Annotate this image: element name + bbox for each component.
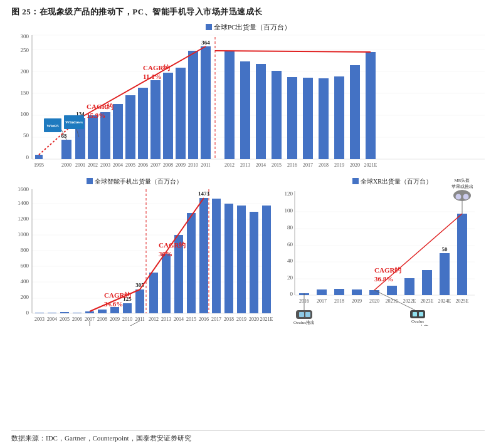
svg-text:200: 200 <box>21 294 29 300</box>
pc-chart-svg: 全球PC出货量（百万台） 0 50 100 150 200 250 300 <box>11 21 485 170</box>
svg-text:1400: 1400 <box>18 200 29 206</box>
svg-rect-0 <box>206 24 212 30</box>
svg-point-215 <box>455 194 462 200</box>
svg-rect-210 <box>419 312 423 316</box>
svg-text:20: 20 <box>287 274 293 281</box>
svg-text:2003: 2003 <box>100 162 110 168</box>
svg-text:CAGR约: CAGR约 <box>159 241 186 249</box>
svg-text:364: 364 <box>201 39 210 46</box>
svg-rect-114 <box>199 198 208 313</box>
svg-text:1600: 1600 <box>18 186 29 192</box>
svg-point-216 <box>463 194 469 200</box>
svg-text:2005: 2005 <box>60 316 70 322</box>
svg-text:2020: 2020 <box>350 162 360 168</box>
svg-text:60: 60 <box>287 241 293 247</box>
svg-rect-107 <box>123 303 132 313</box>
svg-text:1000: 1000 <box>18 231 29 237</box>
svg-rect-100 <box>35 313 44 313</box>
svg-text:50: 50 <box>442 246 448 253</box>
svg-rect-102 <box>60 312 69 313</box>
svg-rect-183 <box>422 270 432 295</box>
svg-text:Win95: Win95 <box>46 123 59 128</box>
svg-rect-80 <box>87 178 93 184</box>
svg-rect-38 <box>334 76 344 159</box>
svg-text:2017: 2017 <box>317 298 327 304</box>
svg-rect-23 <box>125 95 135 159</box>
svg-text:CAGR约: CAGR约 <box>143 64 170 71</box>
svg-text:2019: 2019 <box>236 316 246 322</box>
svg-text:2022E: 2022E <box>403 298 416 304</box>
svg-rect-184 <box>440 253 450 295</box>
svg-text:2003: 2003 <box>34 316 45 322</box>
svg-text:2018: 2018 <box>319 162 329 168</box>
svg-rect-185 <box>457 214 467 295</box>
svg-text:苹果或推出: 苹果或推出 <box>451 184 473 189</box>
svg-line-69 <box>215 51 371 52</box>
svg-rect-182 <box>404 278 414 295</box>
svg-text:40: 40 <box>287 258 293 264</box>
svg-text:2019: 2019 <box>334 162 344 168</box>
svg-text:2008: 2008 <box>163 162 173 168</box>
svg-rect-34 <box>272 71 282 159</box>
svg-text:Oculus: Oculus <box>411 319 424 324</box>
svg-text:11.1%: 11.1% <box>143 73 162 80</box>
svg-text:2018: 2018 <box>224 316 234 322</box>
svg-text:150: 150 <box>21 90 29 96</box>
svg-text:2012: 2012 <box>149 316 159 322</box>
svg-rect-29 <box>201 46 211 159</box>
svg-text:50: 50 <box>23 132 29 138</box>
svg-text:300: 300 <box>21 33 29 39</box>
svg-text:1200: 1200 <box>18 216 29 222</box>
svg-text:2016: 2016 <box>199 316 209 322</box>
svg-rect-22 <box>113 104 123 159</box>
svg-text:100: 100 <box>285 207 293 214</box>
svg-text:2021E: 2021E <box>364 162 377 168</box>
svg-text:2006: 2006 <box>72 316 82 322</box>
svg-rect-18 <box>61 140 71 159</box>
svg-text:2016: 2016 <box>287 162 297 168</box>
svg-rect-26 <box>163 73 173 159</box>
footer-text: 数据来源：IDC，Gartner，Counterpoint，国泰君安证券研究 <box>11 434 191 442</box>
pc-chart-container: 全球PC出货量（百万台） 0 50 100 150 200 250 300 <box>11 21 485 173</box>
svg-text:Windows: Windows <box>65 120 83 125</box>
svg-text:2019: 2019 <box>352 298 362 304</box>
svg-rect-118 <box>237 206 246 313</box>
xr-chart: 全球XR出货量（百万台） 0 20 40 60 80 100 120 <box>277 175 485 428</box>
svg-text:2009: 2009 <box>110 316 120 322</box>
svg-text:全球XR出货量（百万台）: 全球XR出货量（百万台） <box>361 178 432 185</box>
svg-text:0: 0 <box>26 310 29 316</box>
svg-text:0: 0 <box>26 154 29 160</box>
xr-svg: 全球XR出货量（百万台） 0 20 40 60 80 100 120 <box>277 175 478 326</box>
svg-rect-119 <box>250 212 258 313</box>
svg-text:2021E: 2021E <box>260 316 273 322</box>
svg-text:2011: 2011 <box>201 162 211 168</box>
svg-text:800: 800 <box>21 247 29 253</box>
svg-rect-25 <box>150 80 161 159</box>
svg-text:2015: 2015 <box>272 162 282 168</box>
svg-rect-24 <box>138 88 148 159</box>
svg-text:2010: 2010 <box>188 162 198 168</box>
svg-rect-39 <box>350 65 360 159</box>
svg-rect-101 <box>48 313 56 313</box>
svg-text:2000: 2000 <box>61 162 71 168</box>
svg-text:Oculus推出: Oculus推出 <box>293 320 315 325</box>
svg-rect-104 <box>85 311 94 313</box>
svg-text:15.9%: 15.9% <box>87 112 105 119</box>
svg-rect-103 <box>73 313 82 313</box>
svg-text:2010: 2010 <box>122 316 132 322</box>
svg-rect-106 <box>110 307 119 313</box>
svg-rect-35 <box>287 77 297 159</box>
svg-text:CAGR约: CAGR约 <box>104 291 131 299</box>
svg-text:1995: 1995 <box>34 162 44 168</box>
svg-text:2002: 2002 <box>88 162 98 168</box>
svg-text:2025E: 2025E <box>456 298 469 304</box>
svg-text:1473: 1473 <box>198 190 210 197</box>
svg-text:200: 200 <box>21 68 29 75</box>
svg-rect-17 <box>35 155 43 159</box>
svg-rect-120 <box>262 206 271 313</box>
svg-text:2012: 2012 <box>224 162 235 168</box>
svg-rect-33 <box>256 64 266 159</box>
footer: 数据来源：IDC，Gartner，Counterpoint，国泰君安证券研究 <box>11 430 485 443</box>
svg-rect-20 <box>88 115 98 159</box>
svg-rect-31 <box>224 51 235 159</box>
